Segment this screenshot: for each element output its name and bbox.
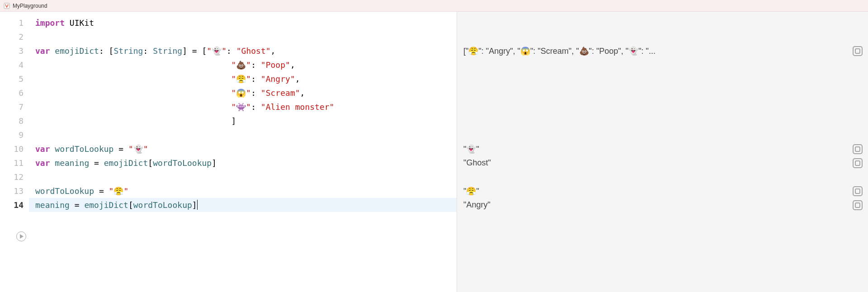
- line-number: 11: [0, 156, 24, 170]
- line-number-gutter: 1234567891011121314: [0, 12, 29, 212]
- line-number: 8: [0, 114, 24, 128]
- code-line[interactable]: import UIKit: [29, 16, 457, 30]
- main-split: 1234567891011121314 import UIKitvar emoj…: [0, 12, 868, 292]
- result-row: "😤": [457, 184, 868, 198]
- quicklook-button[interactable]: [853, 158, 863, 168]
- result-value: ["😤": "Angry", "😱": "Scream", "💩": "Poop…: [463, 46, 853, 56]
- code-line[interactable]: var meaning = emojiDict[wordToLookup]: [29, 156, 457, 170]
- code-line[interactable]: "😱": "Scream",: [29, 86, 457, 100]
- line-number: 7: [0, 100, 24, 114]
- line-number: 13: [0, 184, 24, 198]
- result-row: "Ghost": [457, 156, 868, 170]
- line-number: 3: [0, 44, 24, 58]
- code-content[interactable]: import UIKitvar emojiDict: [String: Stri…: [29, 12, 457, 212]
- line-number: 14: [0, 198, 24, 212]
- line-number: 9: [0, 128, 24, 142]
- quicklook-button[interactable]: [853, 46, 863, 56]
- quicklook-button[interactable]: [853, 200, 863, 210]
- line-number: 6: [0, 86, 24, 100]
- code-line[interactable]: [29, 30, 457, 44]
- code-line[interactable]: meaning = emojiDict[wordToLookup]: [29, 198, 457, 212]
- line-number: 2: [0, 30, 24, 44]
- code-line[interactable]: [29, 128, 457, 142]
- result-value: "Ghost": [463, 158, 853, 168]
- code-line[interactable]: var emojiDict: [String: String] = ["👻": …: [29, 44, 457, 58]
- line-number: 4: [0, 58, 24, 72]
- playground-file-icon: [4, 3, 10, 9]
- result-row: "👻": [457, 142, 868, 156]
- code-line[interactable]: wordToLookup = "😤": [29, 184, 457, 198]
- code-line[interactable]: var wordToLookup = "👻": [29, 142, 457, 156]
- run-button[interactable]: [16, 231, 26, 241]
- result-value: "Angry": [463, 200, 853, 210]
- code-line[interactable]: [29, 170, 457, 184]
- quicklook-button[interactable]: [853, 144, 863, 154]
- window-titlebar: MyPlayground: [0, 0, 868, 12]
- line-number: 5: [0, 72, 24, 86]
- results-sidebar: ["😤": "Angry", "😱": "Scream", "💩": "Poop…: [457, 12, 868, 292]
- code-line[interactable]: "💩": "Poop",: [29, 58, 457, 72]
- code-line[interactable]: "👾": "Alien monster": [29, 100, 457, 114]
- line-number: 1: [0, 16, 24, 30]
- result-row: "Angry": [457, 198, 868, 212]
- result-row: ["😤": "Angry", "😱": "Scream", "💩": "Poop…: [457, 44, 868, 58]
- quicklook-button[interactable]: [853, 186, 863, 196]
- result-value: "😤": [463, 186, 853, 196]
- code-line[interactable]: ]: [29, 114, 457, 128]
- window-title: MyPlayground: [13, 3, 47, 9]
- line-number: 12: [0, 170, 24, 184]
- line-number: 10: [0, 142, 24, 156]
- code-editor-pane[interactable]: 1234567891011121314 import UIKitvar emoj…: [0, 12, 457, 292]
- result-value: "👻": [463, 144, 853, 154]
- text-cursor: [197, 200, 198, 210]
- code-line[interactable]: "😤": "Angry",: [29, 72, 457, 86]
